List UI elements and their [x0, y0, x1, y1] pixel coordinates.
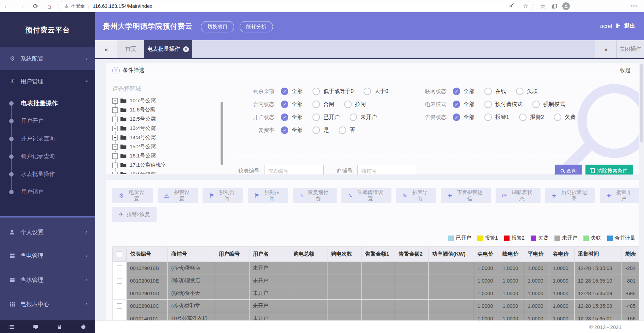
row-checkbox[interactable] [117, 303, 122, 309]
action-button[interactable]: 恢复预付费 [293, 188, 337, 203]
action-button[interactable]: 电价设置 [112, 188, 153, 203]
tree-node[interactable]: + 10:7号公寓 [112, 96, 214, 105]
action-button[interactable]: 报警设置 [158, 188, 198, 203]
sidebar-item-electric-reports[interactable]: 电报表中心 ‹ [0, 293, 95, 315]
radio-option[interactable]: 大于0 [364, 88, 388, 95]
radio-option[interactable]: 全部 [281, 113, 303, 121]
page-scrollbar[interactable] [639, 59, 644, 333]
tree-node[interactable]: + 13:4号公寓 [112, 124, 214, 133]
expand-plus-icon[interactable]: + [112, 98, 118, 104]
shop-no-input[interactable] [357, 165, 417, 175]
action-button[interactable]: 报警2恢复 [112, 207, 157, 222]
power-icon[interactable] [71, 324, 95, 330]
sidebar-subitem[interactable]: 电表批量操作 [0, 94, 95, 112]
collapse-button[interactable]: 收起 [620, 67, 630, 74]
tree-node[interactable]: + 18:1号箱变 [112, 170, 214, 174]
expand-plus-icon[interactable]: + [112, 126, 118, 131]
expand-plus-icon[interactable]: + [112, 144, 118, 150]
radio-option[interactable]: 预付费模式 [484, 101, 522, 108]
radio-option[interactable]: 在线 [484, 88, 506, 95]
browser-menu-icon[interactable]: ··· [629, 0, 639, 12]
tree-scrollbar[interactable] [221, 102, 223, 165]
expand-plus-icon[interactable]: + [112, 135, 118, 140]
tabs-scroll-left-icon[interactable]: « [95, 40, 117, 58]
table-row[interactable]: 001029010E (移动)理发店 未开户 1.0000 1.0000 1.0… [113, 274, 640, 287]
hamburger-menu-icon[interactable] [0, 324, 24, 330]
radio-option[interactable]: 全部 [453, 88, 474, 95]
expand-plus-icon[interactable]: + [112, 117, 118, 122]
sidebar-item-water-sales[interactable]: 售水管理 ‹ [0, 269, 95, 291]
expand-plus-icon[interactable]: + [112, 153, 118, 159]
address-bar[interactable]: ⚠ 不安全 | 116.63.163.154/Main/Index ☆ [58, 1, 533, 11]
browser-back-icon[interactable]: ← [1, 0, 12, 12]
logout-button[interactable]: 退出 [624, 22, 635, 30]
radio-option[interactable]: 全部 [281, 126, 303, 134]
radio-option[interactable]: 失联 [516, 88, 538, 95]
energy-analysis-button[interactable]: 能耗分析 [240, 21, 273, 32]
tree-node[interactable]: + 15:2号公寓 [112, 142, 214, 151]
browser-profile-avatar[interactable] [562, 2, 570, 10]
tree-node[interactable]: + 14:3号公寓 [112, 133, 214, 142]
radio-option[interactable]: 未开户 [350, 113, 377, 121]
tree-node[interactable]: + 12:5号公寓 [112, 115, 214, 124]
tab-meter-batch[interactable]: 电表批量操作 × [144, 40, 192, 58]
table-row[interactable]: 001029010D (移动)食小天 未开户 1.0000 1.0000 1.0… [113, 287, 640, 300]
tabs-scroll-right-icon[interactable]: » [595, 40, 617, 58]
action-button[interactable]: 抄表导出 [396, 188, 436, 203]
action-button[interactable]: 刷新表状态 [496, 188, 541, 203]
tab-home[interactable]: 首页 [117, 40, 144, 58]
action-button[interactable]: 批量开户 [600, 188, 640, 203]
sidebar-subitem[interactable]: 水表批量操作 [0, 165, 95, 183]
sidebar-subitem[interactable]: 销户记录查询 [0, 148, 95, 165]
table-row[interactable]: 0010140101 10号公寓洗衣机 未开户 1.0000 1.0000 1.… [113, 312, 640, 321]
lock-icon[interactable] [48, 324, 71, 330]
clear-search-button[interactable]: 清除搜索条件 [585, 165, 633, 175]
radio-option[interactable]: 拉闸 [344, 101, 366, 108]
row-checkbox[interactable] [117, 316, 122, 320]
logout-icon[interactable] [615, 23, 621, 30]
radio-option[interactable]: 全部 [453, 113, 474, 121]
expand-plus-icon[interactable]: + [112, 107, 118, 113]
action-button[interactable]: 历史抄表记录 [545, 188, 595, 203]
action-button[interactable]: 功率阈值设置 [341, 188, 391, 203]
action-button[interactable]: 下发报警短信 [441, 188, 490, 203]
radio-option[interactable]: 强制模式 [532, 101, 565, 108]
search-button[interactable]: 查询 [555, 165, 582, 175]
browser-home-icon[interactable]: ⌂ [44, 0, 54, 12]
radio-option[interactable]: 报警2 [519, 113, 544, 121]
sidebar-item-user-mgmt[interactable]: ✳ 用户管理 ‹ [0, 70, 95, 92]
radio-option[interactable]: 欠费 [554, 113, 576, 121]
meter-no-input[interactable] [264, 165, 324, 175]
radio-option[interactable]: 全部 [281, 101, 303, 108]
expand-plus-icon[interactable]: + [112, 163, 118, 168]
select-all-checkbox[interactable] [117, 252, 122, 257]
radio-option[interactable]: 低于或等于0 [312, 88, 354, 95]
radio-option[interactable]: 否 [339, 126, 355, 134]
sidebar-subitem[interactable]: 用户开户 [0, 112, 95, 130]
table-row[interactable]: 001029010B (移动)蛋糕店 未开户 1.0000 1.0000 1.0… [113, 262, 640, 274]
switch-project-button[interactable]: 切换项目 [201, 21, 234, 32]
action-button[interactable]: 强制合闸 [203, 188, 243, 203]
collections-icon[interactable] [549, 0, 560, 12]
sidebar-subitem[interactable]: 用户销户 [0, 183, 95, 201]
radio-option[interactable]: 合闸 [312, 101, 334, 108]
radio-option[interactable]: 报警1 [484, 113, 509, 121]
tab-close-icon[interactable]: × [183, 46, 189, 52]
radio-option[interactable]: 全部 [281, 88, 303, 95]
sidebar-item-personal-settings[interactable]: 个人设置 ‹ [0, 221, 95, 243]
sidebar-subitem[interactable]: 开户记录查询 [0, 130, 95, 148]
sidebar-item-electric-sales[interactable]: 售电管理 ‹ [0, 244, 95, 267]
browser-forward-icon[interactable]: → [16, 0, 27, 12]
favorite-add-icon[interactable]: ☆ [523, 3, 528, 10]
browser-refresh-icon[interactable]: ⟳ [31, 0, 41, 12]
row-checkbox[interactable] [117, 278, 122, 284]
password-key-icon[interactable] [509, 3, 514, 10]
scrollbar-thumb[interactable] [640, 64, 643, 142]
favorites-bar-icon[interactable]: ☆ [538, 0, 548, 12]
tree-node[interactable]: + 17:1公寓值班室 [112, 161, 214, 170]
radio-option[interactable]: 已开户 [312, 113, 340, 121]
row-checkbox[interactable] [117, 266, 122, 271]
monitor-icon[interactable] [24, 324, 48, 330]
expand-plus-icon[interactable]: + [112, 172, 118, 175]
tree-node[interactable]: + 11:6号公寓 [112, 105, 214, 115]
